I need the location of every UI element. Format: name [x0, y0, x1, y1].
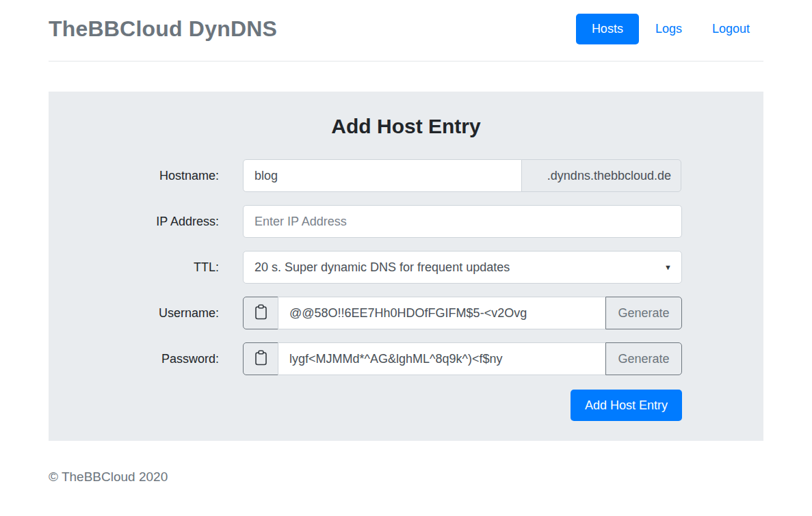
add-host-entry-button[interactable]: Add Host Entry	[571, 390, 682, 421]
header-divider	[49, 61, 763, 62]
copyright-text: © TheBBCloud 2020	[49, 470, 168, 484]
hostname-domain-suffix: .dyndns.thebbcloud.de	[521, 159, 681, 192]
password-input-col: Generate	[243, 342, 682, 375]
clipboard-icon	[254, 304, 267, 322]
ttl-input-col: 20 s. Super dynamic DNS for frequent upd…	[243, 251, 682, 284]
hostname-input-group: .dyndns.thebbcloud.de	[243, 159, 682, 192]
hostname-label: Hostname:	[49, 159, 219, 192]
nav-tab-logout[interactable]: Logout	[698, 14, 763, 44]
ttl-select-wrap: 20 s. Super dynamic DNS for frequent upd…	[243, 251, 682, 284]
username-row: Username: Generate	[49, 297, 682, 329]
password-row: Password: Generate	[49, 342, 682, 375]
ip-address-row: IP Address:	[49, 205, 682, 238]
password-copy-button[interactable]	[243, 342, 278, 375]
clipboard-icon	[254, 350, 267, 368]
hostname-input-col: .dyndns.thebbcloud.de	[243, 159, 682, 192]
add-host-card: Add Host Entry Hostname: .dyndns.thebbcl…	[49, 92, 763, 441]
main-nav: Hosts Logs Logout	[576, 14, 763, 44]
password-input[interactable]	[278, 342, 606, 375]
username-input-col: Generate	[243, 297, 682, 329]
submit-row: Add Host Entry	[49, 390, 682, 421]
hostname-row: Hostname: .dyndns.thebbcloud.de	[49, 159, 682, 192]
ttl-select[interactable]: 20 s. Super dynamic DNS for frequent upd…	[243, 251, 682, 284]
username-generate-button[interactable]: Generate	[605, 297, 682, 329]
footer: © TheBBCloud 2020	[49, 470, 763, 485]
ip-input-col	[243, 205, 682, 238]
password-input-group: Generate	[243, 342, 682, 375]
username-label: Username:	[49, 297, 219, 329]
site-title: TheBBCloud DynDNS	[49, 16, 277, 42]
password-label: Password:	[49, 342, 219, 375]
ttl-label: TTL:	[49, 251, 219, 284]
password-generate-button[interactable]: Generate	[605, 342, 682, 375]
nav-tab-logs[interactable]: Logs	[642, 14, 696, 44]
ttl-row: TTL: 20 s. Super dynamic DNS for frequen…	[49, 251, 682, 284]
hostname-input[interactable]	[243, 159, 522, 192]
username-input-group: Generate	[243, 297, 682, 329]
ip-address-label: IP Address:	[49, 205, 219, 238]
nav-tab-hosts[interactable]: Hosts	[576, 14, 639, 44]
page: TheBBCloud DynDNS Hosts Logs Logout Add …	[49, 0, 763, 485]
form-title: Add Host Entry	[49, 115, 763, 138]
header: TheBBCloud DynDNS Hosts Logs Logout	[49, 0, 763, 44]
username-copy-button[interactable]	[243, 297, 278, 329]
ip-address-input[interactable]	[243, 205, 682, 238]
username-input[interactable]	[278, 297, 606, 329]
add-host-form: Hostname: .dyndns.thebbcloud.de IP Addre…	[49, 159, 682, 421]
